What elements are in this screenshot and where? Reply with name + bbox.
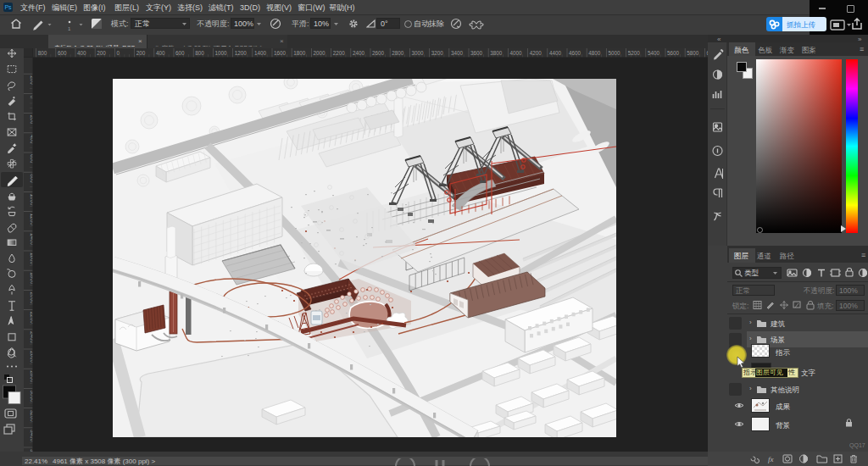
svg-text:3400: 3400 [451, 50, 464, 56]
svg-text:2400: 2400 [353, 50, 365, 56]
svg-text:200: 200 [136, 50, 146, 56]
svg-text:3600: 3600 [470, 50, 483, 56]
svg-text:600: 600 [58, 50, 67, 56]
svg-text:4000: 4000 [510, 50, 523, 56]
svg-text:4200: 4200 [530, 50, 542, 56]
svg-text:400: 400 [77, 50, 86, 56]
svg-text:fx: fx [768, 455, 774, 463]
svg-text:3800: 3800 [490, 50, 503, 56]
svg-text:2000: 2000 [314, 50, 326, 56]
svg-text:0: 0 [117, 50, 120, 56]
svg-text:1: 1 [68, 26, 71, 31]
svg-text:3000: 3000 [412, 50, 425, 56]
svg-text:2600: 2600 [372, 50, 385, 56]
svg-text:3200: 3200 [431, 50, 444, 56]
svg-text:5200: 5200 [628, 50, 641, 56]
svg-text:800: 800 [195, 50, 204, 56]
svg-text:5400: 5400 [648, 50, 660, 56]
svg-text:1600: 1600 [274, 50, 287, 56]
svg-text:1000: 1000 [215, 50, 228, 56]
svg-text:4800: 4800 [588, 50, 601, 56]
svg-text:5000: 5000 [609, 50, 621, 56]
svg-text:800: 800 [38, 50, 47, 56]
svg-text:1800: 1800 [293, 50, 306, 56]
svg-text:5800: 5800 [687, 50, 699, 56]
svg-text:4600: 4600 [569, 50, 581, 56]
svg-text:2800: 2800 [392, 50, 404, 56]
svg-text:2200: 2200 [333, 50, 346, 56]
svg-text:5600: 5600 [667, 50, 680, 56]
svg-text:200: 200 [97, 50, 106, 56]
svg-text:1200: 1200 [235, 50, 248, 56]
svg-text:1400: 1400 [254, 50, 267, 56]
svg-text:4400: 4400 [549, 50, 562, 56]
svg-text:400: 400 [156, 50, 165, 56]
svg-text:600: 600 [175, 50, 185, 56]
